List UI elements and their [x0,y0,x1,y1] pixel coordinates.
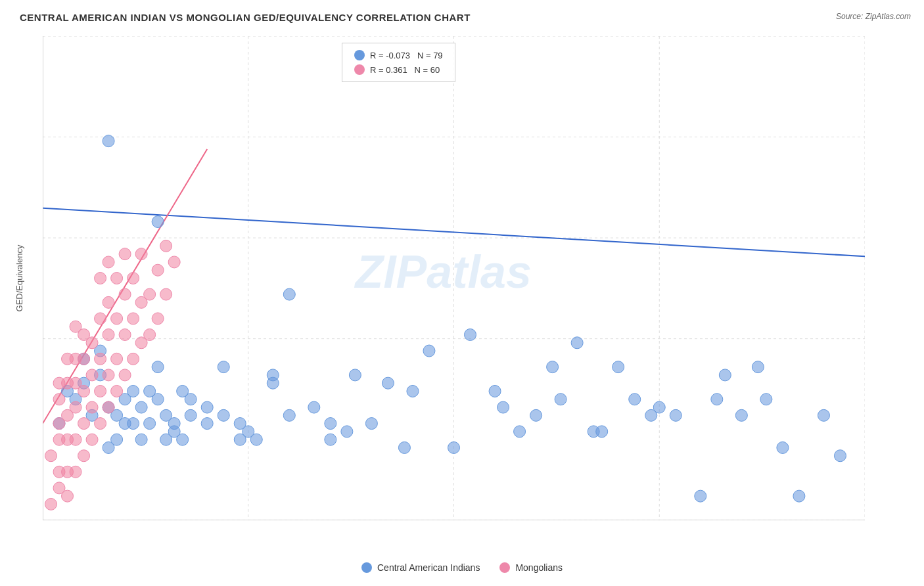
svg-point-72 [465,328,476,340]
svg-point-100 [45,450,57,462]
svg-point-74 [497,401,509,413]
svg-point-140 [111,313,123,325]
svg-point-96 [834,450,846,462]
svg-point-146 [127,353,139,365]
svg-point-148 [127,273,139,284]
svg-point-47 [185,409,196,421]
svg-point-127 [86,337,98,349]
source-label: Source: ZipAtlas.com [836,12,911,21]
svg-point-133 [103,401,114,413]
bottom-legend-label-pink: Mongolians [515,562,563,573]
svg-point-158 [168,256,180,268]
svg-point-145 [119,248,131,260]
svg-point-40 [152,361,164,373]
svg-point-35 [135,434,147,445]
svg-point-121 [78,385,90,397]
svg-point-128 [95,418,106,430]
svg-point-138 [111,385,123,397]
svg-point-137 [103,256,114,268]
svg-point-97 [152,216,164,228]
svg-point-147 [127,313,139,325]
svg-point-71 [448,441,460,453]
svg-point-69 [407,385,419,397]
svg-point-119 [78,450,90,462]
svg-point-79 [571,337,583,349]
svg-point-73 [489,385,501,397]
svg-point-36 [135,401,147,413]
svg-point-122 [78,353,90,365]
svg-point-52 [218,361,229,373]
svg-point-37 [144,418,156,430]
svg-point-115 [70,401,81,413]
svg-text:ZIPatlas: ZIPatlas [354,246,531,298]
svg-point-77 [547,361,559,373]
svg-point-152 [144,328,156,340]
svg-point-143 [119,328,131,340]
bottom-legend-dot-blue [361,562,372,573]
svg-point-34 [127,418,139,430]
svg-point-67 [382,377,394,389]
svg-point-68 [398,441,410,453]
svg-point-82 [612,361,624,373]
svg-point-129 [95,385,106,397]
chart-container: CENTRAL AMERICAN INDIAN VS MONGOLIAN GED… [0,0,924,586]
legend-row-pink: R = 0.361 N = 60 [354,64,443,75]
svg-point-78 [555,394,566,405]
bottom-legend-item-blue: Central American Indians [361,562,480,573]
svg-point-49 [201,401,213,413]
legend-text-blue: R = -0.073 N = 79 [370,51,443,60]
svg-point-98 [103,135,114,147]
svg-point-58 [267,377,279,389]
svg-point-83 [629,394,641,405]
svg-point-120 [78,418,90,430]
svg-point-65 [349,369,361,381]
svg-point-99 [45,498,57,510]
svg-point-88 [711,394,723,405]
svg-point-135 [103,328,114,340]
svg-point-85 [653,401,665,413]
svg-point-61 [308,401,320,413]
svg-point-29 [111,434,123,445]
svg-point-157 [160,240,172,252]
svg-point-93 [777,441,789,453]
svg-point-87 [695,490,706,502]
svg-point-60 [283,288,295,300]
svg-point-45 [177,434,189,445]
svg-point-95 [818,409,829,421]
svg-point-62 [325,434,336,445]
bottom-legend-item-pink: Mongolians [499,562,563,573]
svg-point-66 [365,418,377,430]
svg-point-64 [341,426,353,438]
svg-point-131 [95,313,106,325]
svg-point-51 [218,409,229,421]
svg-point-107 [62,490,74,502]
chart-svg: 100.0%87.5%75.0%62.5%40.0%0.0%40.0%ZIPat… [43,36,865,520]
svg-point-151 [135,248,147,260]
svg-point-75 [514,426,526,438]
svg-point-126 [86,369,98,381]
svg-point-63 [325,418,336,430]
bottom-legend: Central American Indians Mongolians [0,562,924,573]
svg-point-94 [793,490,805,502]
legend-dot-blue [354,50,365,60]
svg-point-144 [119,288,131,300]
legend-dot-pink [354,64,365,75]
chart-title: CENTRAL AMERICAN INDIAN VS MONGOLIAN GED… [20,12,471,23]
svg-point-39 [152,394,164,405]
svg-point-155 [152,264,164,276]
svg-point-142 [119,369,131,381]
svg-point-86 [670,409,681,421]
svg-point-139 [111,353,123,365]
svg-point-136 [103,296,114,308]
bottom-legend-label-blue: Central American Indians [377,562,480,573]
svg-point-134 [103,369,114,381]
svg-point-114 [70,434,81,445]
svg-point-90 [735,409,747,421]
legend-row-blue: R = -0.073 N = 79 [354,50,443,60]
svg-point-132 [95,273,106,284]
svg-point-76 [530,409,542,421]
legend-box: R = -0.073 N = 79 R = 0.361 N = 60 [342,43,455,82]
svg-point-33 [127,385,139,397]
svg-point-125 [86,401,98,413]
svg-point-92 [760,394,772,405]
